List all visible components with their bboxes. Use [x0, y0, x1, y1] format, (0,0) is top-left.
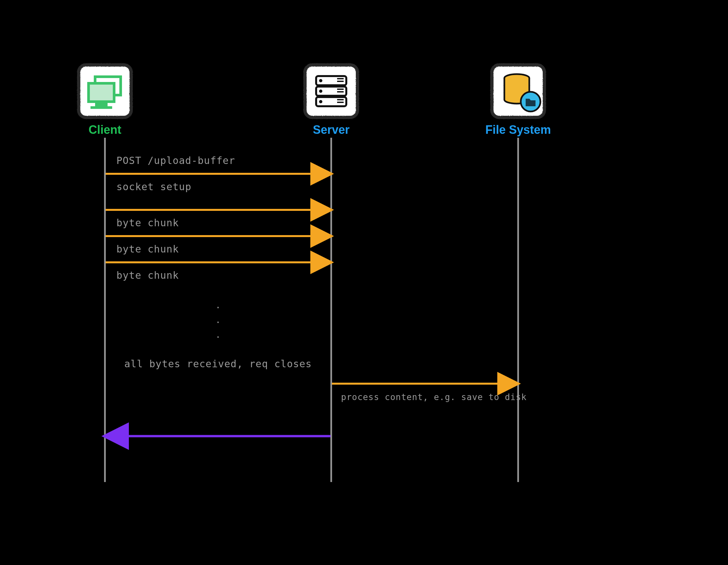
actor-client-label: Client: [89, 123, 121, 136]
actor-filesystem-label: File System: [485, 123, 551, 136]
sequence-diagram: Client Server: [0, 0, 728, 565]
svg-point-16: [319, 79, 322, 82]
msg-socket: socket setup: [116, 181, 192, 192]
actor-client: [79, 65, 131, 117]
svg-point-17: [319, 90, 322, 93]
folder-badge-icon: [521, 92, 540, 111]
msg-post: POST /upload-buffer: [116, 155, 235, 166]
msg-all-bytes: all bytes received, req closes: [124, 358, 312, 370]
actor-filesystem: [492, 65, 544, 117]
ellipsis-dot: .: [215, 329, 221, 340]
msg-process: process content, e.g. save to disk: [341, 392, 527, 402]
svg-rect-5: [91, 106, 112, 109]
msg-chunk3: byte chunk: [116, 270, 179, 281]
ellipsis-dot: .: [215, 314, 221, 325]
actor-server: [305, 65, 357, 117]
actor-server-label: Server: [313, 123, 350, 136]
svg-rect-6: [305, 65, 357, 117]
ellipsis-dot: .: [215, 300, 221, 311]
msg-chunk2: byte chunk: [116, 243, 179, 255]
svg-rect-4: [95, 103, 108, 106]
svg-point-18: [319, 100, 322, 103]
svg-rect-3: [89, 83, 114, 102]
msg-chunk1: byte chunk: [116, 217, 179, 229]
